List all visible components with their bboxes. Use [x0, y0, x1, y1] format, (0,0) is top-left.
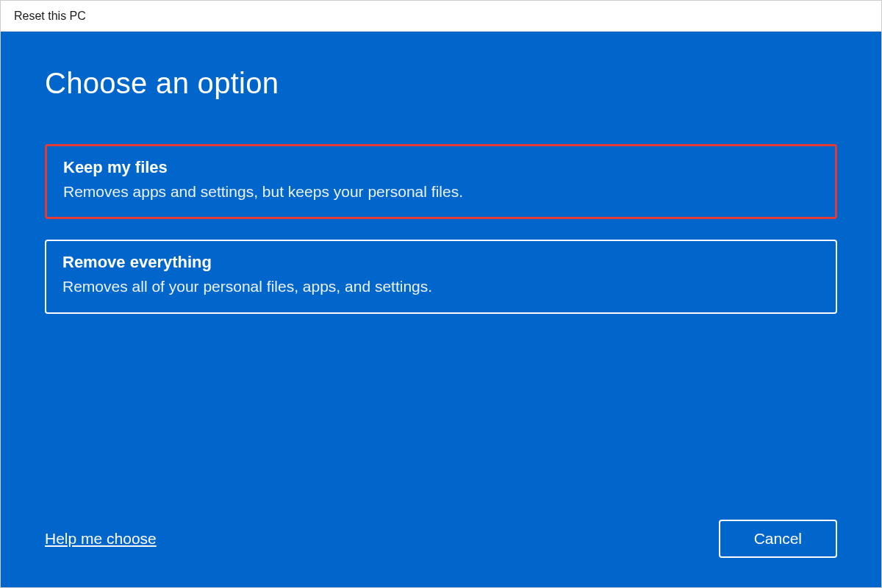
reset-pc-window: Reset this PC Choose an option Keep my f…: [0, 0, 882, 588]
option-description: Removes all of your personal files, apps…: [62, 276, 820, 297]
option-remove-everything[interactable]: Remove everything Removes all of your pe…: [45, 240, 837, 313]
option-title: Remove everything: [62, 253, 820, 272]
titlebar: Reset this PC: [1, 1, 881, 32]
content-area: Choose an option Keep my files Removes a…: [1, 32, 881, 587]
footer: Help me choose Cancel: [45, 498, 837, 558]
option-title: Keep my files: [63, 158, 819, 177]
options-list: Keep my files Removes apps and settings,…: [45, 144, 837, 314]
option-keep-my-files[interactable]: Keep my files Removes apps and settings,…: [45, 144, 837, 219]
cancel-button[interactable]: Cancel: [719, 520, 837, 558]
option-description: Removes apps and settings, but keeps you…: [63, 182, 819, 202]
page-heading: Choose an option: [45, 67, 837, 100]
window-title: Reset this PC: [14, 10, 86, 23]
help-me-choose-link[interactable]: Help me choose: [45, 530, 157, 548]
